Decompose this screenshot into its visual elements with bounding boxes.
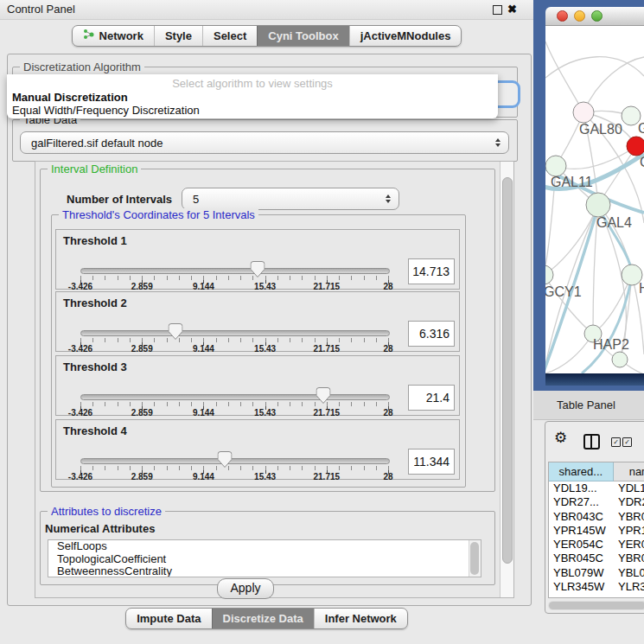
apply-button[interactable]: Apply xyxy=(217,578,274,599)
tab-style[interactable]: Style xyxy=(154,26,202,46)
window-bottom-shadow xyxy=(545,373,644,386)
gear-icon[interactable]: ⚙ xyxy=(554,430,567,447)
scrollbar-thumb[interactable] xyxy=(549,602,644,609)
tab-cyni-toolbox[interactable]: Cyni Toolbox xyxy=(257,26,348,46)
combo-stepper-icon xyxy=(386,194,391,203)
tab-select[interactable]: Select xyxy=(202,26,257,46)
float-panel-icon[interactable] xyxy=(493,5,502,15)
list-scrollbar[interactable] xyxy=(469,540,481,577)
threshold-slider[interactable]: -3.426 2.859 9.144 15.43 21.715 28 xyxy=(80,230,388,290)
slider-track[interactable] xyxy=(80,458,390,464)
node-label-cut-c: C xyxy=(640,155,644,169)
tab-jactivemnodules[interactable]: jActiveMNodules xyxy=(349,26,462,46)
threshold-value-field[interactable]: 6.316 xyxy=(408,321,455,347)
table-row[interactable]: YBL079WYBL0 xyxy=(549,566,644,580)
column-header-name[interactable]: name xyxy=(614,462,644,481)
network-icon xyxy=(83,26,95,46)
algorithm-dropdown-popup: Select algorithm to view settings Manual… xyxy=(7,74,498,118)
slider-tick-labels: -3.426 2.859 9.144 15.43 21.715 28 xyxy=(80,344,388,354)
combo-stepper-icon xyxy=(495,138,501,147)
node-label-gal80: GAL80 xyxy=(579,122,622,137)
node-gcy1 xyxy=(545,265,553,284)
network-window: GAL80 GA C GAL11 GAL4 GCY1 H HAP2 xyxy=(545,7,644,386)
interval-definition-label: Interval Definition xyxy=(48,163,141,175)
tab-network[interactable]: Network xyxy=(73,26,154,46)
table-row[interactable]: YPR145WYPR1 xyxy=(549,524,644,538)
right-column: GAL80 GA C GAL11 GAL4 GCY1 H HAP2 Ta xyxy=(533,0,644,644)
thresholds-group-label: Threshold's Coordinates for 5 Intervals xyxy=(59,208,258,221)
close-icon[interactable]: ✖ xyxy=(507,2,517,17)
close-traffic-light-icon[interactable] xyxy=(557,10,568,22)
threshold-slider[interactable]: -3.426 2.859 9.144 15.43 21.715 28 xyxy=(80,356,388,417)
numerical-attributes-label: Numerical Attributes xyxy=(45,522,155,535)
slider-handle[interactable] xyxy=(218,451,233,471)
table-row[interactable]: YBR043CYBR0 xyxy=(549,510,644,524)
number-of-intervals-combobox[interactable]: 5 xyxy=(182,188,399,210)
threshold-slider[interactable]: -3.426 2.859 9.144 15.43 21.715 28 xyxy=(80,420,388,481)
list-item[interactable]: TopologicalCoefficient xyxy=(48,553,481,566)
list-item[interactable]: SelfLoops xyxy=(48,540,481,553)
table-panel-titlebar: Table Panel xyxy=(533,391,644,420)
interval-definition-group: Interval Definition Number of Intervals … xyxy=(40,169,495,492)
table-data-combobox[interactable]: galFiltered.sif default node xyxy=(20,131,509,154)
slider-minor-ticks xyxy=(80,402,389,406)
threshold-panel-3: Threshold 3 -3.426 2.859 9.144 15.43 xyxy=(55,355,460,416)
table-data-group: Table Data galFiltered.sif default node xyxy=(12,119,518,162)
attributes-group: Attributes to discretize Numerical Attri… xyxy=(40,511,495,585)
slider-handle[interactable] xyxy=(169,323,183,343)
slider-handle[interactable] xyxy=(316,387,331,407)
threshold-value-field[interactable]: 21.4 xyxy=(408,385,455,411)
slider-minor-ticks xyxy=(80,466,389,470)
checkbox-icon[interactable] xyxy=(611,437,621,447)
threshold-panel-4: Threshold 4 -3.426 2.859 9.144 15.43 xyxy=(55,419,460,480)
network-window-titlebar[interactable] xyxy=(545,7,644,26)
slider-track[interactable] xyxy=(80,394,390,400)
discretization-algorithm-label: Discretization Algorithm xyxy=(20,61,144,73)
attributes-group-label: Attributes to discretize xyxy=(48,505,165,518)
popup-option-manual-discretization[interactable]: Manual Discretization xyxy=(12,91,128,104)
table-row[interactable]: YLR345WYLR3 xyxy=(549,580,644,594)
split-columns-icon[interactable] xyxy=(583,434,600,450)
network-canvas[interactable]: GAL80 GA C GAL11 GAL4 GCY1 H HAP2 xyxy=(545,26,644,373)
node-red-selected xyxy=(627,137,644,156)
minimize-traffic-light-icon[interactable] xyxy=(574,10,585,22)
table-row[interactable]: YIL052CYIL0 xyxy=(549,594,644,596)
table-row[interactable]: YDR27...YDR2 xyxy=(549,495,644,509)
list-item[interactable]: BetweennessCentrality xyxy=(48,565,481,577)
node-label-gcy1: GCY1 xyxy=(545,284,582,299)
tab-impute-data[interactable]: Impute Data xyxy=(126,609,211,628)
slider-track[interactable] xyxy=(80,268,390,274)
tab-infer-network[interactable]: Infer Network xyxy=(314,609,407,628)
table-panel-title: Table Panel xyxy=(557,391,615,419)
control-panel-tabbar: Network Style Select Cyni Toolbox jActiv… xyxy=(0,25,533,47)
tab-discretize-data[interactable]: Discretize Data xyxy=(212,609,314,628)
slider-minor-ticks xyxy=(80,276,389,280)
popup-option-equal-width[interactable]: Equal Width/Frequency Discretization xyxy=(12,104,200,117)
table-horizontal-scrollbar[interactable] xyxy=(548,601,644,610)
slider-track[interactable] xyxy=(80,330,390,336)
screen: Control Panel ✖ Network Style Select xyxy=(0,0,644,644)
node-small-bottom xyxy=(612,352,628,367)
node-table: shared... name YDL19...YDL1 YDR27...YDR2… xyxy=(548,462,644,598)
node-label-gal4: GAL4 xyxy=(596,215,632,230)
slider-handle[interactable] xyxy=(251,261,265,281)
slider-minor-ticks xyxy=(80,338,389,342)
zoom-traffic-light-icon[interactable] xyxy=(591,10,603,22)
threshold-value-field[interactable]: 11.344 xyxy=(408,449,455,475)
node-label-gal11: GAL11 xyxy=(551,175,593,189)
column-header-shared-name[interactable]: shared... xyxy=(549,462,614,481)
threshold-slider[interactable]: -3.426 2.859 9.144 15.43 21.715 28 xyxy=(80,292,388,353)
threshold-value-field[interactable]: 14.713 xyxy=(408,258,455,284)
numerical-attributes-list[interactable]: SelfLoops TopologicalCoefficient Between… xyxy=(48,539,481,577)
table-row[interactable]: YBR045CYBR0 xyxy=(549,552,644,565)
panel-scrollbar[interactable] xyxy=(500,162,513,597)
threshold-panel-1: Threshold 1 -3.426 2.859 9.144 15.43 xyxy=(55,229,460,290)
thresholds-group: Threshold's Coordinates for 5 Intervals … xyxy=(51,214,466,488)
control-panel-titlebar: Control Panel ✖ xyxy=(0,0,533,20)
table-row[interactable]: YER054CYER0 xyxy=(549,538,644,552)
scrollbar-thumb[interactable] xyxy=(502,177,513,564)
table-panel: ⚙ shared... name YDL19...YDL1 YDR27...YD… xyxy=(545,421,644,614)
checkbox-icon[interactable] xyxy=(622,437,632,447)
table-rows: YDL19...YDL1 YDR27...YDR2 YBR043CYBR0 YP… xyxy=(549,481,644,596)
table-row[interactable]: YDL19...YDL1 xyxy=(549,481,644,495)
